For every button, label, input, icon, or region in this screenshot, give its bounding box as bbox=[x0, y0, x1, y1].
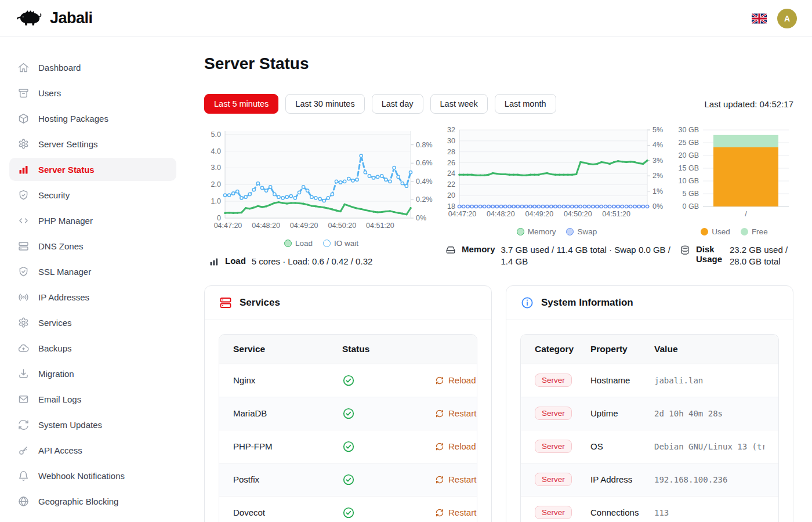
sidebar-item-label: Webhook Notifications bbox=[38, 471, 125, 481]
legend-swap[interactable]: Swap bbox=[566, 227, 597, 236]
memory-stat-row: Memory 3.7 GB used / 11.4 GB total · Swa… bbox=[441, 244, 673, 268]
reload-button[interactable]: Reload bbox=[435, 441, 476, 451]
sidebar-item-services[interactable]: Services bbox=[9, 311, 176, 334]
sidebar-item-label: IP Addresses bbox=[38, 292, 89, 302]
system-info-table: Category Property ValueServer Hostname j… bbox=[520, 334, 779, 522]
gear-icon bbox=[17, 138, 30, 150]
reload-button[interactable]: Reload bbox=[435, 375, 476, 385]
sidebar-item-geographic-blocking[interactable]: Geographic Blocking bbox=[9, 490, 176, 513]
status-ok-icon bbox=[342, 374, 435, 387]
svg-text:/: / bbox=[745, 210, 747, 218]
legend-used[interactable]: Used bbox=[701, 227, 730, 236]
globe-icon bbox=[17, 495, 30, 507]
language-flag-button[interactable] bbox=[752, 13, 767, 24]
disk-chart: 0 GB5 GB10 GB15 GB20 GB25 GB30 GB/ bbox=[675, 125, 793, 224]
svg-text:18: 18 bbox=[447, 202, 455, 211]
sidebar-item-system-updates[interactable]: System Updates bbox=[9, 413, 176, 436]
property-name: OS bbox=[590, 441, 654, 451]
cards-row: Services Service StatusNginx ReloadMaria… bbox=[204, 285, 793, 522]
refresh-icon bbox=[435, 376, 444, 385]
user-avatar[interactable]: A bbox=[777, 9, 797, 28]
filter-last-day[interactable]: Last day bbox=[372, 94, 423, 114]
sidebar-item-dns-zones[interactable]: DNS Zones bbox=[9, 234, 176, 258]
sidebar-item-email-logs[interactable]: Email Logs bbox=[9, 387, 176, 411]
svg-text:2%: 2% bbox=[652, 172, 663, 180]
restart-button[interactable]: Restart bbox=[435, 507, 476, 517]
mail-icon bbox=[17, 393, 30, 405]
filter-last-week[interactable]: Last week bbox=[430, 94, 488, 114]
sidebar-item-ip-addresses[interactable]: IP Addresses bbox=[9, 285, 176, 309]
sidebar-item-label: API Access bbox=[38, 445, 82, 455]
svg-text:3%: 3% bbox=[652, 157, 663, 165]
sidebar-item-php-manager[interactable]: PHP Manager bbox=[9, 209, 176, 232]
memory-drive-icon bbox=[445, 244, 456, 255]
brand[interactable]: Jabali bbox=[15, 8, 93, 29]
legend-free[interactable]: Free bbox=[741, 227, 768, 236]
time-filter-row: Last 5 minutesLast 30 minutesLast dayLas… bbox=[204, 94, 793, 114]
sidebar-item-webhook-notifications[interactable]: Webhook Notifications bbox=[9, 464, 176, 487]
load-stat-text: 5 cores · Load: 0.6 / 0.42 / 0.32 bbox=[252, 256, 372, 267]
sidebar-item-backups[interactable]: Backups bbox=[9, 336, 176, 360]
status-ok-icon bbox=[342, 473, 435, 486]
code-icon bbox=[17, 215, 30, 227]
sidebar-item-server-settings[interactable]: Server Settings bbox=[9, 132, 176, 155]
svg-text:4%: 4% bbox=[652, 141, 663, 149]
category-badge: Server bbox=[535, 506, 572, 519]
archive-icon bbox=[17, 87, 30, 99]
shield-check-icon bbox=[17, 189, 30, 201]
svg-text:04:51:20: 04:51:20 bbox=[366, 222, 394, 230]
sidebar-item-api-access[interactable]: API Access bbox=[9, 438, 176, 462]
property-value: 2d 10h 40m 28s bbox=[654, 409, 764, 418]
system-info-row-os: Server OS Debian GNU/Linux 13 (trixie) bbox=[521, 430, 778, 463]
service-name: Nginx bbox=[233, 375, 342, 385]
page-title: Server Status bbox=[204, 55, 793, 73]
svg-text:3.0: 3.0 bbox=[211, 164, 221, 172]
service-name: MariaDB bbox=[233, 408, 342, 418]
sidebar-item-security[interactable]: Security bbox=[9, 183, 176, 206]
restart-button[interactable]: Restart bbox=[435, 408, 476, 418]
sidebar-item-label: Hosting Packages bbox=[38, 114, 108, 124]
sidebar-item-label: Migration bbox=[38, 369, 74, 379]
sidebar-item-dashboard[interactable]: Dashboard bbox=[9, 56, 176, 79]
service-row-php-fpm: PHP-FPM Reload bbox=[219, 430, 477, 463]
sidebar-item-label: DNS Zones bbox=[38, 241, 84, 251]
system-info-card: System Information Category Property Val… bbox=[506, 285, 793, 522]
svg-text:20 GB: 20 GB bbox=[679, 151, 699, 160]
sidebar-item-label: Dashboard bbox=[38, 63, 81, 72]
svg-text:24: 24 bbox=[447, 169, 455, 177]
system-info-card-title: System Information bbox=[541, 297, 633, 309]
services-table: Service StatusNginx ReloadMariaDB Restar… bbox=[219, 334, 477, 522]
system-info-row-connections: Server Connections 113 bbox=[521, 496, 778, 522]
server-stack-icon bbox=[219, 296, 233, 310]
property-name: Connections bbox=[590, 507, 654, 517]
filter-last-month[interactable]: Last month bbox=[495, 94, 556, 114]
legend-dot bbox=[284, 240, 292, 247]
refresh-icon bbox=[435, 475, 444, 484]
legend-memory[interactable]: Memory bbox=[517, 227, 556, 236]
sidebar-item-ssl-manager[interactable]: SSL Manager bbox=[9, 260, 176, 283]
services-card: Services Service StatusNginx ReloadMaria… bbox=[204, 285, 492, 522]
sidebar-item-server-status[interactable]: Server Status bbox=[9, 158, 176, 181]
legend-load[interactable]: Load bbox=[284, 239, 313, 248]
filter-last-30-minutes[interactable]: Last 30 minutes bbox=[285, 94, 364, 114]
category-badge: Server bbox=[535, 407, 572, 420]
sidebar-item-label: System Updates bbox=[38, 420, 102, 430]
sidebar-item-hosting-packages[interactable]: Hosting Packages bbox=[9, 107, 176, 130]
legend-dot bbox=[566, 228, 574, 235]
restart-button[interactable]: Restart bbox=[435, 474, 476, 484]
category-badge: Server bbox=[535, 374, 572, 387]
sidebar-item-label: Users bbox=[38, 88, 61, 98]
app-header: Jabali A bbox=[0, 0, 812, 37]
info-icon bbox=[520, 296, 534, 310]
status-ok-icon bbox=[342, 407, 435, 420]
sidebar-item-users[interactable]: Users bbox=[9, 81, 176, 104]
service-name: PHP-FPM bbox=[233, 441, 342, 451]
legend-io-wait[interactable]: IO wait bbox=[323, 239, 358, 248]
svg-text:15 GB: 15 GB bbox=[679, 164, 699, 172]
boar-logo-icon bbox=[15, 8, 44, 29]
filter-last-5-minutes[interactable]: Last 5 minutes bbox=[204, 94, 278, 114]
svg-text:4.0: 4.0 bbox=[211, 147, 221, 155]
sidebar-item-migration[interactable]: Migration bbox=[9, 362, 176, 385]
svg-text:1.0: 1.0 bbox=[211, 197, 221, 205]
svg-text:04:49:20: 04:49:20 bbox=[525, 210, 554, 218]
